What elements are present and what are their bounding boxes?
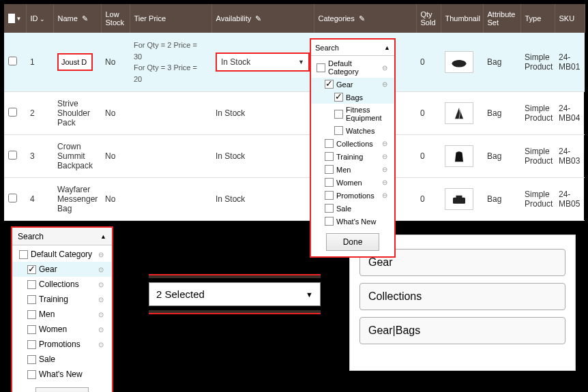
row-checkbox[interactable] [8, 194, 17, 202]
category-item-sale[interactable]: Sale [12, 352, 112, 367]
checkbox-icon[interactable] [325, 204, 334, 213]
category-item-gear[interactable]: Gear⊖ [311, 78, 394, 91]
expand-icon[interactable]: ⊖ [381, 179, 389, 186]
chevron-down-icon: ▼ [306, 290, 313, 299]
category-item-men[interactable]: Men⊙ [12, 307, 112, 322]
category-item-gear[interactable]: Gear⊙ [12, 262, 112, 277]
category-item-women[interactable]: Women⊖ [311, 176, 394, 189]
availability-value: In Stock [221, 57, 250, 67]
category-item-watches[interactable]: Watches [311, 124, 394, 137]
category-item-promotions[interactable]: Promotions⊖ [311, 189, 394, 202]
category-item-fitness[interactable]: Fitness Equipment [311, 104, 394, 124]
header-sku[interactable]: SKU [555, 4, 585, 33]
checkbox-checked-icon[interactable] [334, 93, 343, 102]
header-attribute-set[interactable]: Attribute Set [483, 4, 520, 33]
expand-icon[interactable]: ⊙ [97, 281, 105, 288]
checkbox-checked-icon[interactable] [27, 265, 36, 274]
category-item-bags[interactable]: Bags [311, 91, 394, 104]
expand-icon[interactable]: ⊙ [97, 266, 105, 273]
header-low-stock[interactable]: Low Stock [101, 4, 130, 33]
category-pill-gear-bags[interactable]: Gear|Bags [359, 317, 565, 344]
row-checkbox[interactable] [8, 108, 17, 117]
thumbnail [445, 102, 473, 124]
category-item-default[interactable]: Default Category⊖ [12, 247, 112, 262]
expand-icon[interactable]: ⊙ [97, 296, 105, 303]
expand-icon[interactable]: ⊖ [381, 140, 389, 147]
checkbox-checked-icon[interactable] [325, 80, 334, 89]
checkbox-icon[interactable] [334, 126, 343, 135]
checkbox-icon[interactable] [325, 165, 334, 174]
header-qty-sold[interactable]: Qty Sold [416, 4, 441, 33]
category-item-whats-new[interactable]: What's New [311, 215, 394, 228]
category-item-women[interactable]: Women⊙ [12, 322, 112, 337]
category-item-training[interactable]: Training⊖ [311, 150, 394, 163]
checkbox-icon[interactable] [325, 152, 334, 161]
header-name[interactable]: Name ✎ [53, 4, 101, 33]
category-search[interactable]: Search ▲ [12, 228, 112, 245]
checkbox-icon[interactable] [325, 217, 334, 226]
chevron-down-icon[interactable]: ▼ [16, 16, 22, 22]
category-item-men[interactable]: Men⊖ [311, 163, 394, 176]
header-categories[interactable]: Categories ✎ [314, 4, 416, 33]
checkbox-icon[interactable] [317, 63, 325, 72]
availability-select[interactable]: In Stock ▼ [216, 52, 310, 72]
category-item-sale[interactable]: Sale [311, 202, 394, 215]
search-placeholder: Search [315, 44, 339, 52]
collapse-icon[interactable]: ⊖ [381, 64, 389, 72]
name-input[interactable] [57, 53, 93, 71]
checkbox-icon[interactable] [27, 295, 36, 304]
expand-icon[interactable]: ⊙ [97, 326, 105, 333]
expand-icon[interactable]: ⊙ [97, 311, 105, 318]
category-selected-select[interactable]: 2 Selected ▼ [149, 282, 321, 306]
cell-avail: In Stock [211, 135, 314, 178]
checkbox-icon[interactable] [19, 250, 28, 259]
expand-icon[interactable]: ⊙ [97, 341, 105, 348]
checkbox-icon[interactable] [27, 370, 36, 379]
collapse-icon[interactable]: ⊖ [381, 80, 389, 88]
header-checkbox[interactable]: ▼ [4, 4, 26, 33]
cell-type: Simple Product [520, 135, 555, 178]
table-row[interactable]: 1 No For Qty = 2 Price = 30 For Qty = 3 … [4, 33, 585, 92]
header-tier-price[interactable]: Tier Price [130, 4, 211, 33]
table-row[interactable]: 2 Strive Shoulder Pack No In Stock 0 Bag… [4, 92, 585, 135]
checkbox-icon[interactable] [325, 178, 334, 187]
cell-low: No [101, 135, 130, 178]
expand-icon[interactable]: ⊖ [381, 153, 389, 160]
category-item-promotions[interactable]: Promotions⊙ [12, 337, 112, 352]
header-availability[interactable]: Availability ✎ [211, 4, 314, 33]
category-item-default[interactable]: Default Category⊖ [311, 57, 394, 78]
row-checkbox[interactable] [8, 57, 17, 65]
checkbox-icon[interactable] [27, 340, 36, 349]
expand-icon[interactable]: ⊖ [381, 166, 389, 173]
category-item-collections[interactable]: Collections⊙ [12, 277, 112, 292]
checkbox-icon[interactable] [27, 325, 36, 334]
category-item-whats-new[interactable]: What's New [12, 367, 112, 382]
select-all-checkbox[interactable] [8, 14, 15, 23]
checkbox-icon[interactable] [325, 191, 334, 200]
category-search[interactable]: Search ▲ [311, 40, 394, 56]
checkbox-icon[interactable] [27, 310, 36, 319]
category-item-collections[interactable]: Collections⊖ [311, 137, 394, 150]
header-id[interactable]: ID⌄ [26, 4, 53, 33]
pencil-icon: ✎ [255, 14, 261, 23]
bag-icon [449, 191, 469, 207]
checkbox-icon[interactable] [334, 110, 343, 119]
done-button[interactable]: Done [35, 387, 89, 392]
category-pill-collections[interactable]: Collections [359, 283, 565, 310]
header-type[interactable]: Type [520, 4, 555, 33]
table-row[interactable]: 4 Wayfarer Messenger Bag No In Stock 0 B… [4, 178, 585, 221]
cell-sku: 24-MB03 [555, 135, 585, 178]
expand-icon[interactable]: ⊖ [381, 192, 389, 199]
category-item-training[interactable]: Training⊙ [12, 292, 112, 307]
checkbox-icon[interactable] [27, 280, 36, 289]
cell-sku: 24-MB04 [555, 92, 585, 135]
cell-low: No [101, 178, 130, 221]
collapse-icon[interactable]: ⊖ [97, 251, 105, 258]
checkbox-icon[interactable] [325, 139, 334, 148]
header-thumbnail[interactable]: Thumbnail [441, 4, 483, 33]
done-button[interactable]: Done [326, 233, 380, 251]
cell-attr: Bag [483, 92, 520, 135]
row-checkbox[interactable] [8, 151, 17, 160]
table-row[interactable]: 3 Crown Summit Backpack No In Stock 0 Ba… [4, 135, 585, 178]
checkbox-icon[interactable] [27, 355, 36, 364]
